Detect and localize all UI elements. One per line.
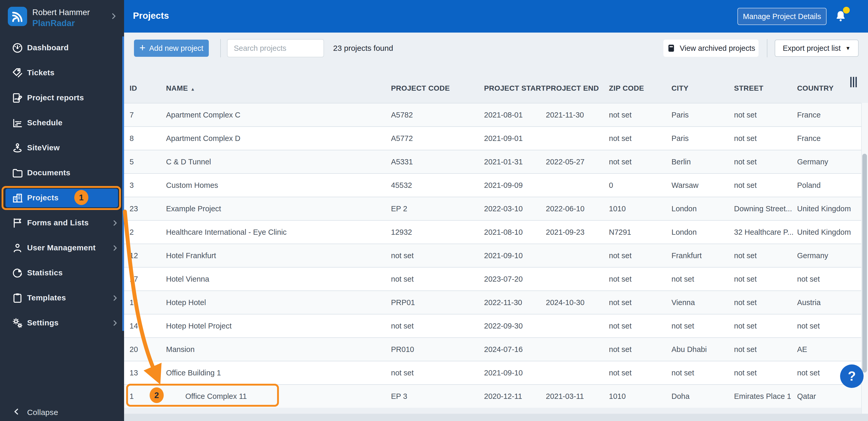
sidebar-item-templates[interactable]: Templates <box>0 286 124 311</box>
sidebar-item-label: User Management <box>27 243 96 252</box>
sidebar-item-forms-and-lists[interactable]: Forms and Lists <box>0 211 124 236</box>
search-projects-input[interactable] <box>227 39 324 57</box>
cell-name: Apartment Complex C <box>166 111 391 119</box>
cell-country: Germany <box>797 158 868 166</box>
sidebar-item-documents[interactable]: Documents <box>0 161 124 186</box>
sidebar-item-statistics[interactable]: Statistics <box>0 261 124 286</box>
main-content: Projects Manage Project Details + Add ne… <box>124 0 868 421</box>
cell-id: 14 <box>129 322 166 330</box>
sidebar-item-label: SiteView <box>27 143 60 152</box>
column-header-project-start[interactable]: PROJECT START <box>484 84 546 93</box>
sidebar-item-siteview[interactable]: SiteView <box>0 136 124 161</box>
cell-project-code: EP 3 <box>391 392 484 401</box>
chevron-right-icon <box>109 11 118 22</box>
cell-country: not set <box>797 322 868 330</box>
column-header-zip-code[interactable]: ZIP CODE <box>609 84 672 93</box>
schedule-icon <box>11 117 24 129</box>
cell-name: Example Project <box>166 204 391 213</box>
cell-name: Apartment Complex D <box>166 134 391 143</box>
cell-zip-code: 1010 <box>609 392 672 401</box>
table-row[interactable]: 2 Healthcare International - Eye Clinic … <box>124 220 868 244</box>
cell-zip-code: not set <box>609 298 672 307</box>
column-settings-icon[interactable] <box>850 77 859 88</box>
table-scrollbar-thumb[interactable] <box>862 154 867 373</box>
sidebar-item-projects[interactable]: Projects <box>0 186 124 211</box>
help-button[interactable]: ? <box>840 364 864 388</box>
sidebar-item-schedule[interactable]: Schedule <box>0 111 124 136</box>
brand-name: PlanRadar <box>32 18 75 28</box>
planradar-logo <box>8 7 27 26</box>
cell-id: 1 <box>129 392 166 401</box>
table-row[interactable]: 17 Hotel Vienna not set 2023-07-20 not s… <box>124 267 868 290</box>
cell-project-code: A5331 <box>391 158 484 166</box>
cell-country: France <box>797 134 868 143</box>
column-header-id[interactable]: ID <box>129 84 166 93</box>
view-archived-projects-button[interactable]: View archived projects <box>663 40 758 57</box>
table-row[interactable]: 20 Mansion PR010 2024-07-16 not set Abu … <box>124 337 868 361</box>
cell-project-end: 2021-03-11 <box>546 392 609 401</box>
cell-project-start: 2021-09-01 <box>484 134 546 143</box>
column-header-project-code[interactable]: PROJECT CODE <box>391 84 484 93</box>
chevron-right-icon <box>111 219 119 228</box>
table-row[interactable]: 14 Hotep Hotel Project not set 2022-09-3… <box>124 314 868 337</box>
sidebar-item-settings[interactable]: Settings <box>0 311 124 336</box>
cell-name: Office Building 1 <box>166 369 391 377</box>
sidebar-item-dashboard[interactable]: Dashboard <box>0 36 124 61</box>
cell-city: Doha <box>672 392 734 401</box>
horizontal-scroll-strip[interactable] <box>124 414 868 421</box>
column-header-city[interactable]: CITY <box>672 84 734 93</box>
buildings-icon <box>11 192 24 204</box>
page-title: Projects <box>133 10 169 21</box>
table-row[interactable]: 5 C & D Tunnel A5331 2021-01-31 2022-05-… <box>124 150 868 173</box>
cell-name: Hotel Frankfurt <box>166 251 391 260</box>
cell-id: 17 <box>129 275 166 284</box>
add-new-project-button[interactable]: + Add new project <box>134 40 209 57</box>
results-count: 23 projects found <box>333 44 393 53</box>
table-row[interactable]: 1 Office Complex 11 EP 3 2020-12-11 2021… <box>124 384 868 408</box>
manage-project-details-button[interactable]: Manage Project Details <box>737 8 827 25</box>
table-row[interactable]: 23 Example Project EP 2 2022-03-10 2022-… <box>124 197 868 220</box>
cell-project-code: PRP01 <box>391 298 484 307</box>
column-header-name[interactable]: NAME▲ <box>166 84 391 93</box>
cell-project-start: 2022-09-30 <box>484 322 546 330</box>
cell-project-end: 2021-11-30 <box>546 111 609 119</box>
cell-city: Paris <box>672 111 734 119</box>
table-row[interactable]: 8 Apartment Complex D A5772 2021-09-01 n… <box>124 126 868 150</box>
pie-icon <box>11 267 24 279</box>
sidebar-item-project-reports[interactable]: Project reports <box>0 86 124 111</box>
cell-city: Frankfurt <box>672 251 734 260</box>
table-row[interactable]: 12 Hotel Frankfurt not set 2021-09-10 no… <box>124 244 868 267</box>
export-label: Export project list <box>783 44 841 53</box>
sidebar-item-label: Templates <box>27 293 66 302</box>
column-header-street[interactable]: STREET <box>734 84 797 93</box>
column-header-project-end[interactable]: PROJECT END <box>546 84 609 93</box>
cell-country: France <box>797 111 868 119</box>
sidebar-scrollbar[interactable] <box>122 36 124 331</box>
cell-project-code: EP 2 <box>391 204 484 213</box>
top-header-bar: Projects Manage Project Details <box>124 0 868 33</box>
cell-street: not set <box>734 345 797 354</box>
export-project-list-button[interactable]: Export project list ▼ <box>775 40 859 57</box>
table-row[interactable]: 3 Custom Homes 45532 2021-09-09 0 Warsaw… <box>124 173 868 197</box>
sidebar-item-user-management[interactable]: User Management <box>0 236 124 261</box>
cell-project-code: 12932 <box>391 228 484 236</box>
sidebar-collapse-button[interactable]: Collapse <box>0 401 124 421</box>
cell-country: not set <box>797 275 868 284</box>
cell-project-start: 2021-09-10 <box>484 369 546 377</box>
table-row[interactable]: 15 Hotep Hotel PRP01 2022-11-30 2024-10-… <box>124 290 868 314</box>
chevron-right-icon <box>111 294 119 303</box>
cell-project-code: not set <box>391 251 484 260</box>
cell-country: Austria <box>797 298 868 307</box>
account-switcher[interactable]: Robert Hammer PlanRadar <box>0 0 124 33</box>
planradar-app: Robert Hammer PlanRadar Dashboard Ticket… <box>0 0 868 421</box>
table-row[interactable]: 13 Office Building 1 not set 2021-09-10 … <box>124 361 868 384</box>
cell-zip-code: not set <box>609 134 672 143</box>
table-row[interactable]: 7 Apartment Complex C A5782 2021-08-01 2… <box>124 103 868 126</box>
add-button-label: Add new project <box>149 44 203 53</box>
sidebar: Robert Hammer PlanRadar Dashboard Ticket… <box>0 0 124 421</box>
chevron-left-icon <box>11 407 24 418</box>
cell-street: not set <box>734 251 797 260</box>
cell-name: Custom Homes <box>166 181 391 190</box>
cell-city: London <box>672 204 734 213</box>
sidebar-item-tickets[interactable]: Tickets <box>0 61 124 86</box>
